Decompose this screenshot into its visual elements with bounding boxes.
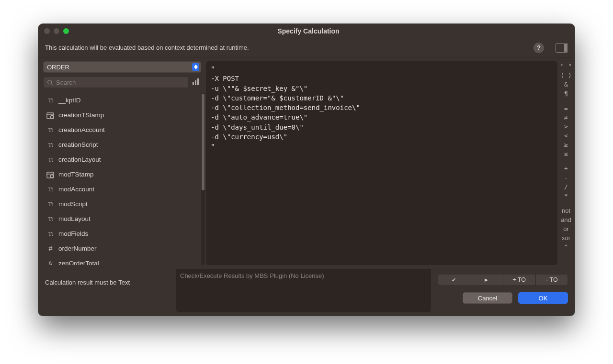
field-name: modLayout bbox=[58, 215, 91, 222]
field-type-icon: # bbox=[46, 245, 55, 253]
operator-[interactable]: ( ) bbox=[557, 71, 575, 79]
field-type-icon: Tt bbox=[46, 186, 55, 193]
field-item[interactable]: TtcreationAccount bbox=[43, 122, 199, 137]
field-type-icon: fx bbox=[46, 260, 55, 265]
field-name: modTStamp bbox=[58, 171, 94, 178]
operator-[interactable]: = bbox=[557, 104, 575, 112]
context-info-text: This calculation will be evaluated based… bbox=[45, 44, 249, 51]
ok-button[interactable]: OK bbox=[518, 292, 568, 304]
field-name: creationAccount bbox=[58, 126, 105, 133]
fields-panel: ORDER Tt__kptIDcreati bbox=[38, 57, 206, 269]
field-name: orderNumber bbox=[58, 245, 97, 252]
field-type-icon: Tt bbox=[46, 200, 55, 208]
field-item[interactable]: TtmodLayout bbox=[43, 211, 199, 226]
titlebar: Specify Calculation bbox=[38, 24, 575, 38]
svg-rect-3 bbox=[195, 80, 196, 85]
mbs-toolbar: + TO - TO bbox=[438, 274, 568, 286]
operator-[interactable]: > bbox=[557, 122, 575, 131]
field-item[interactable]: fxzenOrderTotal bbox=[43, 256, 199, 265]
operator-[interactable]: " " bbox=[557, 62, 575, 70]
field-name: creationScript bbox=[58, 141, 98, 148]
svg-point-10 bbox=[51, 175, 54, 177]
field-item[interactable]: Tt__kptID bbox=[43, 93, 199, 108]
mbs-run-button[interactable] bbox=[470, 274, 503, 286]
svg-line-1 bbox=[51, 83, 53, 85]
operator-[interactable]: & bbox=[557, 80, 575, 88]
info-bar: This calculation will be evaluated based… bbox=[38, 38, 575, 57]
cancel-button[interactable]: Cancel bbox=[463, 292, 512, 304]
toggle-sidebar-button[interactable] bbox=[556, 43, 568, 53]
help-button[interactable]: ? bbox=[534, 43, 544, 53]
operator-and[interactable]: and bbox=[557, 216, 575, 224]
sort-button[interactable] bbox=[193, 77, 201, 87]
field-type-icon: Tt bbox=[46, 141, 55, 149]
operator-[interactable]: * bbox=[557, 192, 575, 200]
footer: Calculation result must be Text Check/Ex… bbox=[38, 269, 575, 316]
updown-icon bbox=[192, 63, 199, 71]
field-type-icon: Tt bbox=[46, 230, 55, 238]
field-item[interactable]: #orderNumber bbox=[43, 241, 199, 256]
svg-point-0 bbox=[48, 80, 52, 84]
field-name: zenOrderTotal bbox=[58, 260, 99, 265]
table-select-value: ORDER bbox=[47, 64, 69, 71]
svg-rect-4 bbox=[197, 78, 199, 85]
operator-[interactable]: + bbox=[557, 165, 575, 173]
mbs-check-button[interactable] bbox=[438, 274, 470, 286]
operator-[interactable]: ¶ bbox=[557, 89, 575, 98]
search-icon bbox=[47, 79, 53, 86]
calculation-editor[interactable]: " -X POST -u \""& $secret_key &"\" -d \"… bbox=[206, 61, 557, 265]
svg-rect-2 bbox=[193, 82, 194, 85]
operator-[interactable]: - bbox=[557, 174, 575, 182]
window-title: Specify Calculation bbox=[48, 27, 569, 35]
field-type-icon bbox=[46, 171, 55, 178]
field-name: creationLayout bbox=[58, 156, 101, 163]
operator-[interactable]: ≤ bbox=[557, 150, 575, 158]
field-item[interactable]: modTStamp bbox=[43, 167, 199, 182]
field-type-icon: Tt bbox=[46, 156, 55, 164]
operator-[interactable]: / bbox=[557, 183, 575, 191]
field-item[interactable]: TtmodFields bbox=[43, 226, 199, 241]
field-item[interactable]: TtmodAccount bbox=[43, 182, 199, 197]
mbs-results-pane[interactable]: Check/Execute Results by MBS Plugin (No … bbox=[176, 269, 431, 312]
scrollbar-thumb[interactable] bbox=[202, 94, 204, 190]
operator-or[interactable]: or bbox=[557, 225, 575, 233]
operator-[interactable]: ≠ bbox=[557, 113, 575, 121]
field-list: Tt__kptIDcreationTStampTtcreationAccount… bbox=[43, 93, 206, 265]
field-name: __kptID bbox=[58, 97, 81, 104]
field-item[interactable]: creationTStamp bbox=[43, 108, 199, 122]
field-name: modScript bbox=[58, 200, 88, 208]
mbs-add-to-button[interactable]: + TO bbox=[503, 274, 536, 286]
search-field[interactable] bbox=[56, 79, 185, 86]
operator-[interactable]: ≥ bbox=[557, 141, 575, 149]
operator-[interactable]: < bbox=[557, 132, 575, 140]
specify-calculation-window: Specify Calculation This calculation wil… bbox=[38, 24, 575, 316]
operator-[interactable]: ^ bbox=[557, 243, 575, 251]
operator-xor[interactable]: xor bbox=[557, 234, 575, 242]
field-name: modFields bbox=[58, 230, 88, 237]
field-type-icon bbox=[46, 111, 55, 119]
mbs-remove-to-button[interactable]: - TO bbox=[536, 274, 568, 286]
field-type-icon: Tt bbox=[46, 97, 55, 104]
operator-not[interactable]: not bbox=[557, 207, 575, 215]
search-input[interactable] bbox=[43, 77, 189, 88]
field-type-icon: Tt bbox=[46, 126, 55, 134]
field-name: modAccount bbox=[58, 186, 94, 193]
field-item[interactable]: TtcreationScript bbox=[43, 137, 199, 152]
field-type-icon: Tt bbox=[46, 215, 55, 223]
field-name: creationTStamp bbox=[58, 111, 104, 119]
table-select[interactable]: ORDER bbox=[43, 61, 201, 73]
field-item[interactable]: TtmodScript bbox=[43, 197, 199, 211]
field-item[interactable]: TtcreationLayout bbox=[43, 152, 199, 167]
svg-point-7 bbox=[51, 115, 54, 118]
result-type-label: Calculation result must be Text bbox=[45, 269, 170, 309]
scrollbar[interactable] bbox=[201, 93, 205, 265]
operators-palette: " "( )&¶=≠><≥≤+-/*notandorxor^ bbox=[557, 57, 575, 269]
